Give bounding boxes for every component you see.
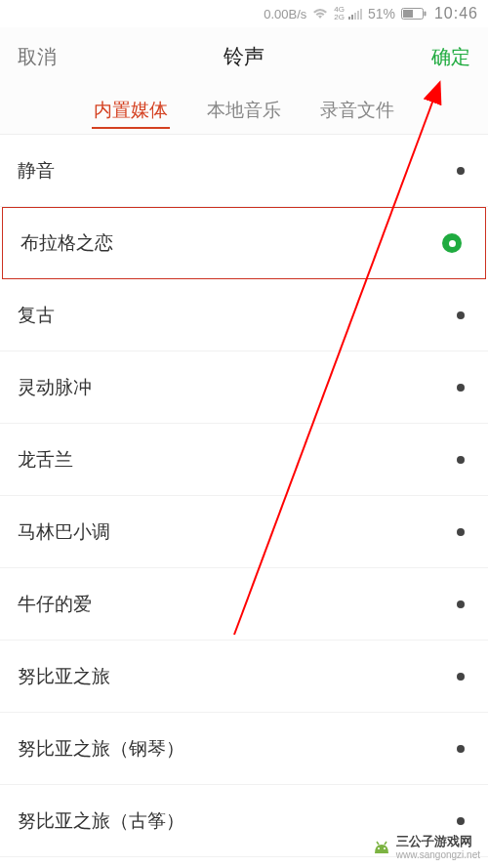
tab-local-music[interactable]: 本地音乐 <box>205 92 283 129</box>
list-item[interactable]: 努比亚之旅 <box>0 641 488 713</box>
radio-unselected-icon <box>457 673 465 681</box>
clock: 10:46 <box>434 5 478 22</box>
radio-unselected-icon <box>457 817 465 825</box>
ringtone-name: 复古 <box>18 303 55 328</box>
page-title: 铃声 <box>224 43 264 70</box>
radio-unselected-icon <box>457 528 465 536</box>
watermark-url: www.sangongzi.net <box>396 850 480 860</box>
svg-rect-2 <box>354 13 356 20</box>
svg-rect-0 <box>348 17 350 20</box>
wifi-icon <box>312 8 328 20</box>
svg-point-10 <box>378 847 380 849</box>
watermark-site: 三公子游戏网 <box>396 834 472 848</box>
android-icon <box>371 840 392 853</box>
confirm-button[interactable]: 确定 <box>431 44 470 70</box>
radio-selected-icon <box>442 233 462 253</box>
list-item[interactable]: 努比亚之旅（钢琴） <box>0 713 488 785</box>
signal-2g: 2G <box>334 14 345 21</box>
ringtone-name: 努比亚之旅（古筝） <box>18 808 184 834</box>
list-item[interactable]: 复古 <box>0 279 488 351</box>
battery-pct: 51% <box>368 6 395 21</box>
svg-rect-6 <box>403 10 413 18</box>
svg-rect-1 <box>351 15 353 20</box>
list-item[interactable]: 牛仔的爱 <box>0 568 488 641</box>
signal-label: 4G 2G <box>334 6 345 21</box>
ringtone-name: 牛仔的爱 <box>18 592 92 617</box>
signal-icon <box>348 8 362 20</box>
cancel-button[interactable]: 取消 <box>18 44 57 70</box>
tab-recordings[interactable]: 录音文件 <box>318 92 396 129</box>
list-item[interactable]: 龙舌兰 <box>0 424 488 496</box>
svg-rect-4 <box>360 9 362 20</box>
svg-rect-3 <box>357 11 359 20</box>
svg-rect-7 <box>424 12 426 17</box>
tab-builtin-media[interactable]: 内置媒体 <box>92 92 170 129</box>
radio-unselected-icon <box>457 600 465 608</box>
radio-unselected-icon <box>457 745 465 753</box>
watermark: 三公子游戏网 www.sangongzi.net <box>371 833 480 860</box>
radio-unselected-icon <box>457 456 465 464</box>
status-bar: 0.00B/s 4G 2G 51% 10:46 <box>0 0 488 27</box>
svg-point-11 <box>384 847 386 849</box>
ringtone-name: 布拉格之恋 <box>20 230 113 256</box>
network-speed: 0.00B/s <box>264 7 306 21</box>
list-item-selected[interactable]: 布拉格之恋 <box>2 207 486 279</box>
battery-icon <box>401 8 427 20</box>
ringtone-name: 努比亚之旅 <box>18 664 110 689</box>
ringtone-name: 努比亚之旅（钢琴） <box>18 736 184 762</box>
radio-unselected-icon <box>457 384 465 392</box>
nav-bar: 取消 铃声 确定 <box>0 27 488 86</box>
ringtone-list: 静音 布拉格之恋 复古 灵动脉冲 龙舌兰 马林巴小调 牛仔的爱 努比亚之旅 努比… <box>0 135 488 868</box>
list-item[interactable]: 马林巴小调 <box>0 496 488 568</box>
tabs: 内置媒体 本地音乐 录音文件 <box>0 86 488 135</box>
ringtone-name: 马林巴小调 <box>18 519 110 545</box>
watermark-text: 三公子游戏网 www.sangongzi.net <box>396 833 480 860</box>
list-item[interactable]: 灵动脉冲 <box>0 351 488 424</box>
ringtone-name: 灵动脉冲 <box>18 375 92 400</box>
radio-unselected-icon <box>457 311 465 319</box>
ringtone-name: 静音 <box>18 158 55 184</box>
list-item[interactable]: 静音 <box>0 135 488 207</box>
svg-line-13 <box>385 842 386 845</box>
radio-unselected-icon <box>457 167 465 175</box>
svg-line-12 <box>377 842 379 845</box>
ringtone-name: 龙舌兰 <box>18 447 73 473</box>
